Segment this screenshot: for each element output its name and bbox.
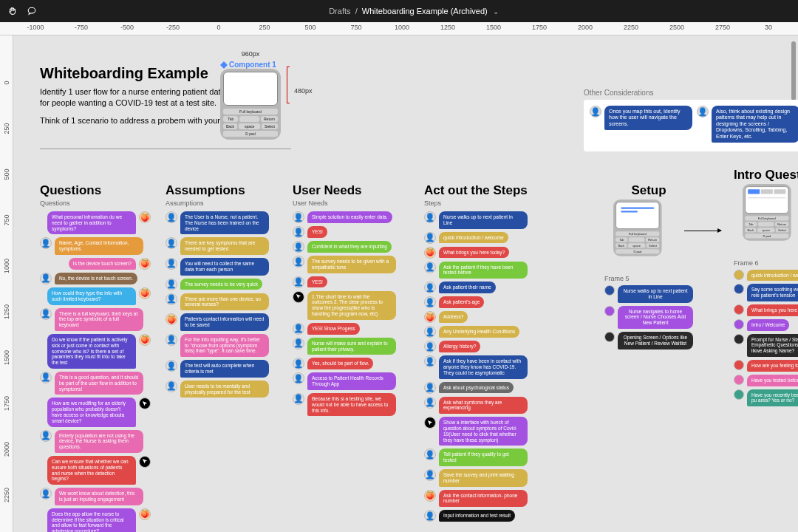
bubble-row[interactable]: YES!	[293, 226, 403, 238]
chat-bubble: Nurse walks up to next patient in Line	[439, 211, 528, 229]
bubble-row[interactable]: 🍑Patients contact informaiton will need …	[166, 313, 276, 331]
bubble-row[interactable]: There is a full keyboard, the6 keys at t…	[40, 308, 151, 331]
flow-step[interactable]: Intro / Welcome	[734, 319, 798, 331]
column-setup[interactable]: Setup Full keyboard TabReturn BackspaceS…	[604, 183, 693, 352]
breadcrumb[interactable]: Drafts / Whiteboarding Example (Archived…	[37, 7, 791, 16]
chat-bubble: Simple solution to easily enter data.	[307, 211, 392, 223]
column-intro-questions[interactable]: Intro Question Full keyboard TabReturn B…	[734, 168, 798, 409]
component-label[interactable]: Component 1	[220, 61, 281, 69]
flow-step[interactable]: Nurse navigates to home screen / Nurse C…	[604, 306, 693, 329]
avatar-icon: 🍑	[424, 490, 436, 502]
bubble-row[interactable]: 🍑Is the device touch screen?	[40, 258, 151, 270]
bubble-row[interactable]: The test will auto complete when criteri…	[166, 360, 276, 378]
flow-step[interactable]: What brings you here today?	[734, 304, 798, 316]
bubble-row[interactable]: Allergy history?	[424, 341, 535, 352]
chat-bubble: Do we know if the patient is actively si…	[47, 334, 136, 369]
avatar-icon	[40, 273, 52, 284]
bubble-row[interactable]: The User is a Nurse, not a patient. The …	[166, 211, 276, 234]
bubble-row[interactable]: Access to Patient Health Records Through…	[293, 372, 403, 390]
avatar-icon	[424, 232, 436, 244]
bubble-row[interactable]: Nurse will make sure and explain to pati…	[293, 338, 403, 355]
bubble-row[interactable]: User needs to be mentally and physically…	[166, 381, 276, 398]
chat-bubble: YES!	[307, 226, 327, 238]
chat-bubble: User needs to be mentally and physically…	[180, 381, 269, 398]
chat-bubble: Access to Patient Health Records Through…	[307, 372, 396, 390]
bubble-row[interactable]: 🍑Does the app allow the nurse to determi…	[40, 508, 151, 532]
flow-step[interactable]: Have you tested before	[734, 375, 798, 386]
bubble-row[interactable]: We wont know about detection, this is ju…	[40, 488, 151, 505]
flow-step[interactable]: Have you recently been to any pu area? Y…	[734, 389, 798, 407]
bubble-row[interactable]: There are more than one device, so sever…	[166, 293, 276, 311]
avatar-icon	[734, 270, 744, 280]
column-steps[interactable]: Act out the Steps Steps Nurse walks up t…	[424, 183, 535, 525]
avatar-icon	[139, 456, 151, 468]
bubble-row[interactable]: You will need to collect the same data f…	[166, 258, 276, 276]
chevron-down-icon[interactable]: ⌄	[493, 7, 499, 16]
avatar-icon: 🍑	[424, 311, 436, 323]
flow-step[interactable]: Say some soothing words to rele patient'…	[734, 284, 798, 301]
flow-step[interactable]: Opening Screen / Options like New Patien…	[604, 332, 693, 349]
comment-tool-icon[interactable]	[27, 6, 37, 16]
avatar-icon: 🍑	[139, 258, 151, 270]
bubble-row[interactable]: Ask about psychological status	[424, 382, 535, 394]
phone-mockup[interactable]: 960px Component 1 Full keyboard Tab Retu…	[220, 50, 281, 140]
bubble-row[interactable]: Tell patient if they qualify to get test…	[424, 449, 535, 466]
bubble-row[interactable]: There are key symptoms that are needed t…	[166, 237, 276, 255]
bubble-row[interactable]: Ask the patient if they have been tested…	[424, 262, 535, 279]
bubble-row[interactable]: Any Underlying Health Conditions	[424, 326, 535, 338]
bubble-row[interactable]: 🍑How could they type the info with such …	[40, 287, 151, 305]
bubble-row[interactable]: Nurse walks up to next patient in Line	[424, 211, 535, 229]
bubble-row[interactable]: Confident in what they are inputting	[293, 241, 403, 253]
chat-bubble: Ask patient's age	[439, 296, 484, 308]
bubble-row[interactable]: The survey needs to be given with a empa…	[293, 256, 403, 273]
bubble-row[interactable]: Input information and test result	[424, 510, 535, 522]
bubble-row[interactable]: No, the device is not touch screen.	[40, 273, 151, 284]
bubble-row[interactable]: 🍑What personal infromation do we need to…	[40, 211, 151, 234]
canvas-viewport[interactable]: Whiteboarding Example Identify 1 user fl…	[13, 35, 798, 532]
chat-bubble: Does the app allow the nurse to determin…	[47, 508, 136, 532]
bubble-row[interactable]: Ask patient's age	[424, 296, 535, 308]
bubble-row[interactable]: Yes, should be part of flow.	[293, 358, 403, 369]
bubble-row[interactable]: Name, Age, Contact Information, symptoms	[40, 237, 151, 255]
column-heading: User Needs	[293, 183, 403, 198]
bubble-row[interactable]: Because this si a testing site, we would…	[293, 393, 403, 416]
avatar-icon	[424, 449, 436, 460]
column-assumptions[interactable]: Assumptions Assumptions The User is a Nu…	[166, 183, 276, 400]
bubble-row[interactable]: Save the survey and print waiting number	[424, 469, 535, 487]
flow-bubble: Opening Screen / Options like New Patien…	[618, 332, 693, 349]
bubble-row[interactable]: Ask what symtoms they are experiancing	[424, 397, 535, 415]
bubble-row[interactable]: YES! Show Progess	[293, 323, 403, 335]
bubble-row[interactable]: Show a interface with bunch of question …	[424, 417, 535, 446]
bubble-row[interactable]: 🍑Address?	[424, 311, 535, 323]
frame-label: User Needs	[293, 200, 403, 207]
avatar-icon: 🍑	[166, 313, 177, 325]
bubble-row[interactable]: 🍑Do we know if the patient is actively s…	[40, 334, 151, 369]
considerations-block[interactable]: Other Considerations Once you map this o…	[584, 89, 798, 151]
bubble-row[interactable]: Ask if they have been in contact with an…	[424, 355, 535, 378]
flow-step[interactable]: Prompt for Nurse / Start with Empathetic…	[734, 334, 798, 357]
bubble-row[interactable]: 🍑Ask the contact information- phone numb…	[424, 490, 535, 508]
bubble-row[interactable]: 1.The short time to wait the outcomes 2.…	[293, 291, 403, 320]
column-questions[interactable]: Questions Questions 🍑What personal infro…	[40, 183, 151, 532]
column-user-needs[interactable]: User Needs User Needs Simple solution to…	[293, 183, 403, 419]
hand-tool-icon[interactable]	[7, 6, 18, 16]
flow-bubble: Intro / Welcome	[747, 319, 789, 331]
flow-step[interactable]: How are you feeling today?	[734, 360, 798, 372]
bubble-row[interactable]: quick introduction / welcome	[424, 232, 535, 244]
bubble-row[interactable]: 🍑What brings you here today?	[424, 247, 535, 259]
bubble-row[interactable]: Can we ensure that whether we can eusure…	[40, 456, 151, 485]
bubble-row[interactable]: Simple solution to easily enter data.	[293, 211, 403, 223]
avatar-icon: 🍑	[139, 287, 151, 299]
avatar-icon	[424, 382, 436, 394]
bubble-row[interactable]: Elderly population are not using the dev…	[40, 430, 151, 453]
bubble-row[interactable]: This is a good question, and it should b…	[40, 372, 151, 395]
bubble-row[interactable]: How are we modifing for an elderly popul…	[40, 398, 151, 426]
chat-bubble: Allergy history?	[439, 341, 480, 352]
flow-step[interactable]: quick introduction / welcome	[734, 270, 798, 282]
bubble-row[interactable]: YES!	[293, 276, 403, 288]
bubble-row[interactable]: Ask patient their name	[424, 282, 535, 293]
bubble-row[interactable]: For the info inputting way, it's better …	[166, 334, 276, 357]
bubble-row[interactable]: The survey needs to be very quick	[166, 279, 276, 290]
flow-step[interactable]: Nurse walks up to next patient in Line	[604, 285, 693, 303]
avatar-icon	[604, 306, 615, 316]
